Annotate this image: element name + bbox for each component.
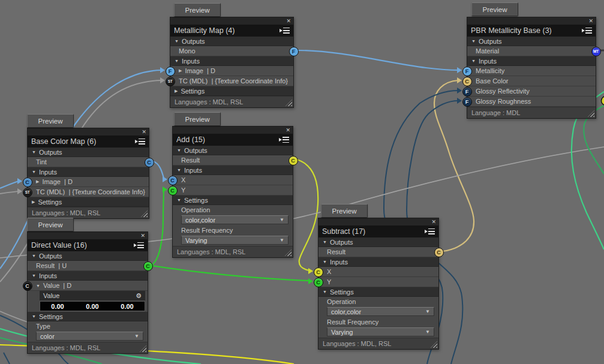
resize-grip[interactable] (140, 345, 146, 352)
direct-value-section-inputs[interactable]: ▼Inputs (28, 271, 148, 281)
resize-grip[interactable] (141, 210, 148, 217)
pbr-metallicity-base-port-material[interactable]: MT (591, 47, 601, 56)
direct-value-section-settings[interactable]: ▼Settings (28, 312, 148, 321)
direct-value-port-value-d[interactable]: C (23, 281, 32, 291)
direct-value-port-result-u[interactable]: C (143, 261, 153, 271)
metallicity-map-port-tc-mdl-texture-coordinate-info[interactable]: ST (166, 77, 175, 86)
subtract-section-inputs[interactable]: ▼Inputs (318, 257, 438, 267)
metallicity-map-row-tc-mdl-texture-coordinate-info[interactable]: TC (MDL) | {Texture Coordinate Info} (170, 76, 293, 86)
pbr-metallicity-base-titlebar[interactable]: PBR Metallicity Base (3) (467, 25, 596, 37)
subtract-section-settings[interactable]: ▼Settings (318, 287, 438, 297)
direct-value-row-value-d[interactable]: ▼Value | D (28, 281, 148, 291)
pbr-metallicity-base-section-outputs[interactable]: ▼Outputs (467, 37, 596, 46)
direct-value-section-outputs[interactable]: ▼Outputs (28, 251, 148, 261)
base-color-map-port-tc-mdl-texture-coordinate-info[interactable]: ST (23, 188, 32, 197)
add-section-inputs[interactable]: ▼Inputs (173, 166, 293, 175)
base-color-map-section-settings[interactable]: ▶Settings (28, 197, 149, 207)
base-color-map-row-image-d[interactable]: ▶Image | D (28, 177, 149, 187)
add-preview-button[interactable]: Preview (174, 112, 221, 126)
metallicity-map-section-outputs[interactable]: ▼Outputs (170, 37, 293, 46)
pbr-metallicity-base-port-glossy-reflectivity[interactable]: F (462, 87, 472, 97)
add-port-x[interactable]: C (168, 176, 178, 185)
add-row-x[interactable]: X (173, 175, 293, 185)
metallicity-map-row-image-d[interactable]: ▶Image | D (170, 66, 293, 76)
metallicity-map-titlebar[interactable]: Metallicity Map (4) (170, 25, 293, 37)
direct-value-preview-button[interactable]: Preview (27, 218, 74, 231)
direct-value-node[interactable]: ✕Direct Value (16)▼OutputsResult | UC▼In… (27, 231, 148, 354)
add-port-y[interactable]: C (168, 186, 178, 195)
pbr-metallicity-base-section-inputs[interactable]: ▼Inputs (467, 56, 596, 66)
expander-closed-icon[interactable]: ▶ (36, 179, 39, 184)
direct-value-titlebar[interactable]: Direct Value (16) (28, 239, 148, 251)
subtract-dropdown-varying[interactable]: Varying▼ (327, 327, 434, 336)
subtract-preview-button[interactable]: Preview (321, 204, 368, 218)
direct-value-dropdown-color[interactable]: color▼ (36, 332, 143, 341)
close-icon[interactable]: ✕ (286, 19, 291, 24)
add-dropdown-varying[interactable]: Varying▼ (181, 236, 289, 245)
direct-value-value-field-0[interactable]: 0.00 (40, 302, 75, 311)
pbr-metallicity-base-row-glossy-roughness[interactable]: Glossy Roughness (467, 97, 596, 107)
subtract-dropdown-color-color[interactable]: color,color▼ (327, 307, 434, 316)
pbr-metallicity-base-port-glossy-roughness[interactable]: F (462, 97, 472, 107)
metallicity-map-section-inputs[interactable]: ▼Inputs (170, 56, 293, 66)
wire-mono-to-metallicity[interactable] (298, 50, 458, 70)
subtract-section-outputs[interactable]: ▼Outputs (318, 237, 438, 247)
add-row-result[interactable]: Result (173, 155, 293, 166)
subtract-port-x[interactable]: C (314, 267, 323, 277)
close-icon[interactable]: ✕ (588, 19, 593, 24)
add-titlebar[interactable]: Add (15) (173, 134, 293, 146)
base-color-map-node[interactable]: ✕Base Color Map (6)▼OutputsTintC▼Inputs▶… (27, 128, 149, 219)
direct-value-value-field-2[interactable]: 0.00 (110, 302, 145, 311)
pbr-metallicity-base-port-metallicity[interactable]: F (462, 67, 472, 76)
subtract-titlebar[interactable]: Subtract (17) (318, 225, 438, 237)
offscreen-port[interactable] (602, 97, 604, 106)
add-node[interactable]: ✕Add (15)▼OutputsResultC▼InputsXCYC▼Sett… (172, 126, 293, 258)
metallicity-map-node[interactable]: ✕Metallicity Map (4)▼OutputsMonoF▼Inputs… (170, 17, 294, 108)
metallicity-map-port-image-d[interactable]: F (166, 67, 175, 76)
base-color-map-row-tint[interactable]: Tint (28, 157, 149, 167)
base-color-map-section-outputs[interactable]: ▼Outputs (28, 148, 149, 157)
base-color-map-titlebar[interactable]: Base Color Map (6) (28, 136, 149, 148)
menu-icon[interactable] (582, 27, 592, 34)
subtract-row-result[interactable]: Result (318, 247, 438, 257)
menu-icon[interactable] (280, 27, 290, 34)
add-section-outputs[interactable]: ▼Outputs (173, 146, 293, 155)
base-color-map-section-inputs[interactable]: ▼Inputs (28, 167, 149, 177)
base-color-map-port-tint[interactable]: C (145, 158, 154, 167)
close-icon[interactable]: ✕ (431, 219, 436, 225)
metallicity-map-section-settings[interactable]: ▶Settings (170, 86, 293, 96)
wire-to-basecolor-image[interactable] (0, 181, 19, 188)
metallicity-map-row-mono[interactable]: Mono (170, 46, 293, 56)
menu-icon[interactable] (279, 136, 289, 143)
resize-grip[interactable] (588, 110, 594, 117)
add-section-settings[interactable]: ▼Settings (173, 195, 293, 205)
metallicity-map-port-mono[interactable]: F (289, 47, 299, 56)
direct-value-row-result-u[interactable]: Result | U (28, 261, 148, 271)
base-color-map-preview-button[interactable]: Preview (27, 114, 74, 128)
direct-value-value-fields[interactable]: 0.000.000.00 (40, 301, 145, 311)
close-icon[interactable]: ✕ (140, 233, 145, 239)
pbr-metallicity-base-row-material[interactable]: Material (467, 46, 596, 56)
wire-tint-to-add-x[interactable] (153, 161, 164, 178)
wire-directvalue-to-subtract-y[interactable] (152, 266, 309, 281)
menu-icon[interactable] (425, 228, 435, 235)
direct-value-value-field-1[interactable]: 0.00 (75, 302, 110, 311)
base-color-map-port-image-d[interactable]: C (23, 178, 32, 187)
subtract-row-x[interactable]: X (318, 267, 438, 277)
pbr-metallicity-base-port-base-color[interactable]: C (462, 77, 472, 86)
subtract-row-y[interactable]: Y (318, 277, 438, 287)
node-graph-canvas[interactable]: Preview✕Metallicity Map (4)▼OutputsMonoF… (0, 0, 604, 364)
pbr-metallicity-base-preview-button[interactable]: Preview (471, 2, 518, 16)
gear-icon[interactable]: ⚙ (136, 292, 142, 300)
close-icon[interactable]: ✕ (286, 128, 290, 133)
wire-background-navy-2[interactable] (4, 353, 10, 364)
pbr-metallicity-base-node[interactable]: ✕PBR Metallicity Base (3)▼OutputsMateria… (467, 17, 596, 119)
menu-icon[interactable] (134, 242, 144, 249)
add-row-y[interactable]: Y (173, 185, 293, 195)
metallicity-map-preview-button[interactable]: Preview (174, 3, 221, 17)
pbr-metallicity-base-row-glossy-reflectivity[interactable]: Glossy Reflectivity (467, 86, 596, 97)
close-icon[interactable]: ✕ (142, 130, 146, 135)
menu-icon[interactable] (135, 138, 145, 145)
expander-closed-icon[interactable]: ▶ (179, 68, 182, 73)
pbr-metallicity-base-row-base-color[interactable]: Base Color (467, 76, 596, 86)
